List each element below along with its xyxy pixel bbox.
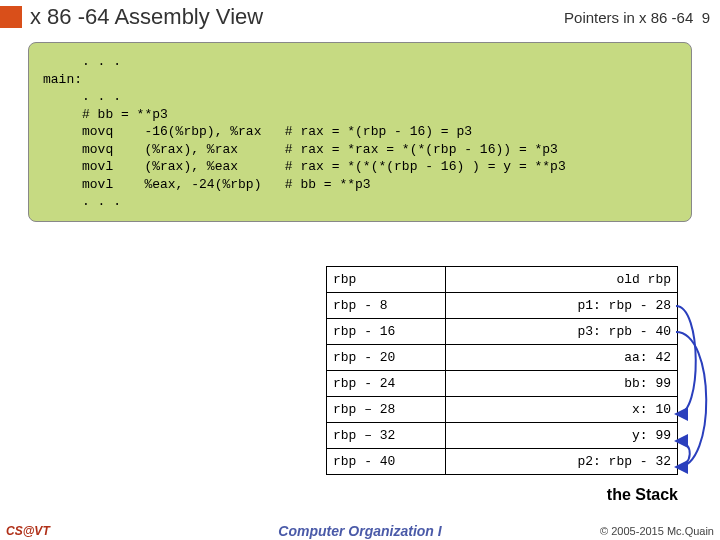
stack-val: aa: 42 — [446, 345, 678, 371]
stack-addr: rbp - 20 — [327, 345, 446, 371]
table-row: rbp – 28x: 10 — [327, 397, 678, 423]
assembly-code-block: . . . main: . . . # bb = **p3 movq -16(%… — [28, 42, 692, 222]
stack-val: y: 99 — [446, 423, 678, 449]
table-row: rbp - 16p3: rpb - 40 — [327, 319, 678, 345]
table-row: rbp - 40p2: rbp - 32 — [327, 449, 678, 475]
stack-addr: rbp - 16 — [327, 319, 446, 345]
table-row: rbp - 8p1: rbp - 28 — [327, 293, 678, 319]
stack-caption: the Stack — [607, 486, 678, 504]
accent-square — [0, 6, 22, 28]
stack-addr: rbp - 40 — [327, 449, 446, 475]
slide-label: Pointers in x 86 -64 9 — [564, 9, 710, 26]
stack-val: old rbp — [446, 267, 678, 293]
stack-table-wrap: rbpold rbp rbp - 8p1: rbp - 28 rbp - 16p… — [326, 266, 678, 475]
table-row: rbp - 20aa: 42 — [327, 345, 678, 371]
stack-val: p2: rbp - 32 — [446, 449, 678, 475]
stack-addr: rbp – 28 — [327, 397, 446, 423]
stack-addr: rbp — [327, 267, 446, 293]
stack-addr: rbp - 24 — [327, 371, 446, 397]
table-row: rbp - 24bb: 99 — [327, 371, 678, 397]
stack-addr: rbp – 32 — [327, 423, 446, 449]
table-row: rbp – 32y: 99 — [327, 423, 678, 449]
stack-val: p3: rpb - 40 — [446, 319, 678, 345]
stack-val: bb: 99 — [446, 371, 678, 397]
footer-right: © 2005-2015 Mc.Quain — [600, 525, 714, 537]
pointer-arrows-overlay — [674, 266, 720, 486]
slide-footer: CS@VT Computer Organization I © 2005-201… — [0, 524, 720, 538]
stack-val: x: 10 — [446, 397, 678, 423]
slide-number: 9 — [702, 9, 710, 26]
stack-addr: rbp - 8 — [327, 293, 446, 319]
stack-val: p1: rbp - 28 — [446, 293, 678, 319]
slide-topic: Pointers in x 86 -64 — [564, 9, 693, 26]
table-row: rbpold rbp — [327, 267, 678, 293]
page-title: x 86 -64 Assembly View — [30, 4, 263, 30]
header-left: x 86 -64 Assembly View — [0, 4, 263, 30]
slide-header: x 86 -64 Assembly View Pointers in x 86 … — [0, 0, 720, 34]
stack-table: rbpold rbp rbp - 8p1: rbp - 28 rbp - 16p… — [326, 266, 678, 475]
